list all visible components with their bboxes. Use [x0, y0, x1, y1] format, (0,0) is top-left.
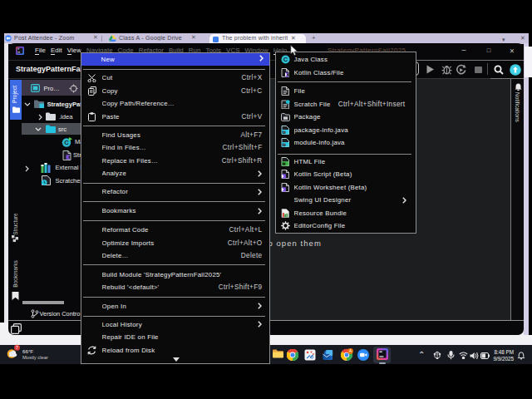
svg-text:7: 7: [16, 345, 18, 350]
svg-text:C: C: [64, 139, 69, 146]
svg-text:J: J: [283, 143, 285, 146]
svg-text:J: J: [283, 131, 285, 134]
svg-text:C: C: [283, 56, 288, 63]
